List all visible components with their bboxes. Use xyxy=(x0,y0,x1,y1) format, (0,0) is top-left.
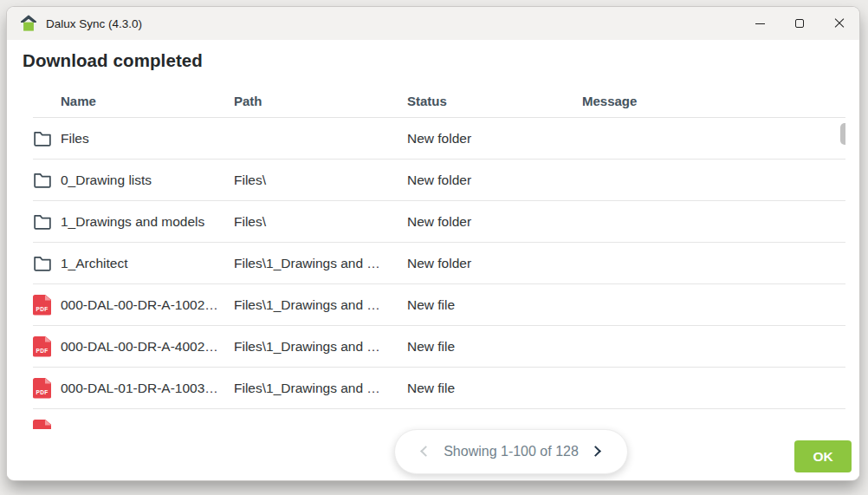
cell-status: New folder xyxy=(407,256,582,271)
cell-status: New folder xyxy=(407,214,582,230)
folder-icon xyxy=(33,255,52,271)
pdf-fold xyxy=(45,336,52,342)
titlebar: Dalux Sync (4.3.0) xyxy=(7,7,859,40)
cell-path: Files\1_Drawings and … xyxy=(234,381,407,396)
dalux-home-logo-icon xyxy=(19,15,38,32)
pagination-label: Showing 1-100 of 128 xyxy=(444,444,579,459)
cell-path: Files\1_Drawings and … xyxy=(234,256,407,271)
column-header-status: Status xyxy=(407,94,582,108)
pdf-file-icon: PDF xyxy=(33,336,51,357)
table-row[interactable]: PDF 000-DAL-01-DR-A-1003… Files\1_Drawin… xyxy=(33,368,845,409)
cell-path: Files\1_Drawings and … xyxy=(234,339,407,355)
pdf-file-icon: PDF xyxy=(33,378,51,399)
cell-path: Files\1_Drawings and … xyxy=(234,297,407,313)
minimize-button[interactable] xyxy=(740,7,780,40)
cell-name: 000-DAL-00-DR-A-1002… xyxy=(61,297,234,313)
pdf-file-icon: PDF xyxy=(33,420,51,430)
column-header-message: Message xyxy=(582,94,845,108)
close-icon xyxy=(834,18,845,29)
cell-status: New folder xyxy=(407,173,582,188)
close-button[interactable] xyxy=(819,7,859,40)
maximize-button[interactable] xyxy=(780,7,819,40)
pdf-fold xyxy=(45,420,52,426)
cell-status: New file xyxy=(407,297,582,313)
page-title: Download completed xyxy=(23,50,844,71)
table-row[interactable]: PDF 1_Architect Files\1_Drawings and … N… xyxy=(33,243,845,284)
table-row[interactable]: PDF 1_Drawings and models Files\ New fol… xyxy=(33,201,845,243)
pdf-label: PDF xyxy=(33,389,51,395)
next-page-button[interactable] xyxy=(589,443,606,460)
cell-status: New folder xyxy=(407,131,582,147)
cell-name: 0_Drawing lists xyxy=(61,173,234,188)
column-header-path: Path xyxy=(234,94,407,108)
table-header: Name Path Status Message xyxy=(33,85,845,118)
table-row[interactable]: PDF 000-DAL-00-DR-A-4002… Files\1_Drawin… xyxy=(33,326,845,368)
ok-button[interactable]: OK xyxy=(794,440,852,472)
maximize-icon xyxy=(795,19,804,28)
pdf-file-icon: PDF xyxy=(33,295,51,316)
cell-path: Files\ xyxy=(234,173,407,188)
window-title: Dalux Sync (4.3.0) xyxy=(46,17,142,30)
minimize-icon xyxy=(755,23,765,24)
table-row[interactable]: PDF 0_Drawing lists Files\ New folder xyxy=(33,160,845,201)
cell-name: 1_Drawings and models xyxy=(61,214,234,230)
previous-page-button[interactable] xyxy=(416,443,433,460)
chevron-left-icon xyxy=(420,446,431,457)
dialog-window: Dalux Sync (4.3.0) Download completed Na… xyxy=(7,7,859,480)
scrollbar-thumb[interactable] xyxy=(840,123,845,145)
folder-icon xyxy=(33,130,52,147)
cell-path: Files\ xyxy=(234,214,407,230)
window-controls xyxy=(740,7,859,40)
column-header-name: Name xyxy=(61,94,234,108)
folder-icon xyxy=(33,172,52,188)
pdf-fold xyxy=(45,295,52,301)
cell-name: 000-DAL-00-DR-A-4002… xyxy=(61,339,234,355)
pdf-label: PDF xyxy=(33,306,51,312)
cell-name: Files xyxy=(61,131,234,147)
cell-status: New file xyxy=(407,381,582,396)
pdf-label: PDF xyxy=(33,348,51,354)
table-row[interactable]: PDF 000-DAL-00-DR-A-1002… Files\1_Drawin… xyxy=(33,284,845,326)
table-row[interactable]: PDF Files New folder xyxy=(33,118,845,160)
pdf-fold xyxy=(45,378,52,384)
table-row[interactable]: PDF xyxy=(33,409,845,429)
pagination: Showing 1-100 of 128 xyxy=(394,429,628,474)
cell-name: 000-DAL-01-DR-A-1003… xyxy=(61,381,234,396)
file-list: PDF Files New folder PDF 0_Drawing lists… xyxy=(7,118,845,429)
chevron-right-icon xyxy=(590,446,601,457)
folder-icon xyxy=(33,213,52,230)
cell-status: New file xyxy=(407,339,582,355)
cell-name: 1_Architect xyxy=(61,256,234,271)
